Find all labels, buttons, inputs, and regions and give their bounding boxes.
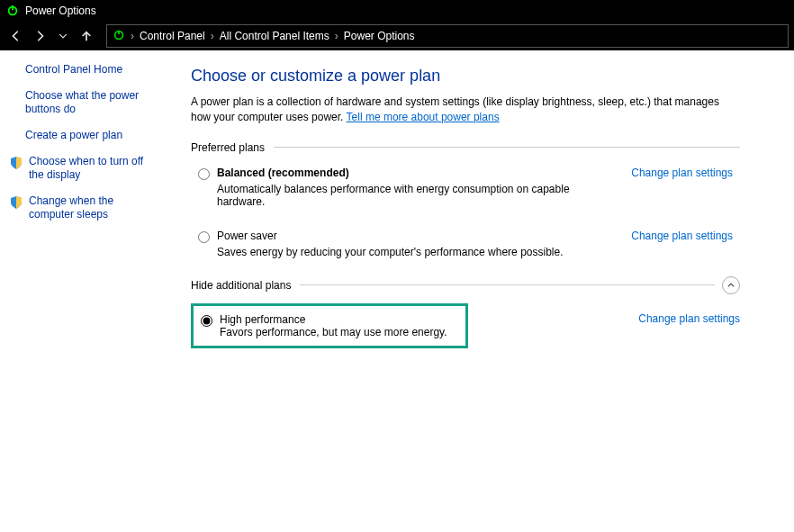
plan-high-performance-row: High performance Favors performance, but… — [191, 303, 740, 348]
hide-additional-header: Hide additional plans — [191, 276, 740, 294]
chevron-right-icon: › — [211, 30, 214, 42]
plan-balanced-radio[interactable] — [198, 168, 210, 180]
main-content: Choose or customize a power plan A power… — [171, 50, 794, 532]
plan-balanced-title[interactable]: Balanced (recommended) — [217, 167, 613, 179]
plan-high-radio[interactable] — [201, 315, 212, 327]
plan-saver-radio[interactable] — [198, 231, 210, 243]
change-plan-settings-high[interactable]: Change plan settings — [638, 312, 740, 325]
address-icon — [113, 29, 125, 44]
sidebar-change-when-sleeps[interactable]: Change when the computer sleeps — [29, 194, 160, 221]
highlight-box: High performance Favors performance, but… — [191, 303, 468, 348]
breadcrumb-seg-control-panel[interactable]: Control Panel — [140, 30, 205, 42]
plan-saver-desc: Saves energy by reducing your computer's… — [217, 246, 613, 258]
window-title: Power Options — [25, 5, 96, 17]
preferred-plans-header: Preferred plans — [191, 141, 740, 154]
plan-balanced-desc: Automatically balances performance with … — [217, 183, 613, 208]
sidebar: Control Panel Home Choose what the power… — [0, 50, 171, 532]
divider — [274, 147, 740, 148]
sidebar-choose-power-buttons[interactable]: Choose what the power buttons do — [25, 89, 160, 116]
sidebar-create-power-plan[interactable]: Create a power plan — [25, 129, 160, 142]
intro-text: A power plan is a collection of hardware… — [191, 95, 740, 125]
chevron-right-icon: › — [131, 30, 134, 42]
recent-dropdown-icon[interactable] — [52, 25, 74, 47]
address-bar[interactable]: › Control Panel › All Control Panel Item… — [106, 24, 789, 48]
up-button[interactable] — [76, 25, 97, 47]
shield-icon — [9, 156, 23, 170]
sidebar-control-panel-home[interactable]: Control Panel Home — [25, 63, 160, 77]
change-plan-settings-balanced[interactable]: Change plan settings — [631, 167, 733, 179]
shield-icon — [9, 195, 23, 210]
collapse-toggle[interactable] — [722, 276, 740, 294]
plan-power-saver: Power saver Saves energy by reducing you… — [191, 226, 740, 262]
plan-balanced: Balanced (recommended) Automatically bal… — [191, 163, 740, 212]
back-button[interactable] — [5, 25, 27, 47]
tell-me-more-link[interactable]: Tell me more about power plans — [347, 111, 500, 123]
change-plan-settings-saver[interactable]: Change plan settings — [631, 230, 733, 242]
hide-additional-label: Hide additional plans — [191, 279, 291, 292]
plan-high-title[interactable]: High performance — [220, 313, 447, 326]
nav-bar: › Control Panel › All Control Panel Item… — [0, 22, 794, 50]
forward-button[interactable] — [29, 25, 50, 47]
breadcrumb-seg-power-options[interactable]: Power Options — [344, 30, 415, 42]
sidebar-choose-turn-off-display[interactable]: Choose when to turn off the display — [29, 155, 160, 182]
breadcrumb-seg-all-items[interactable]: All Control Panel Items — [220, 30, 329, 42]
plan-high-desc: Favors performance, but may use more ene… — [220, 326, 447, 338]
power-options-icon — [5, 4, 20, 18]
divider — [300, 284, 715, 285]
plan-saver-title[interactable]: Power saver — [217, 230, 613, 242]
preferred-plans-label: Preferred plans — [191, 141, 265, 154]
window-titlebar: Power Options — [0, 0, 794, 22]
chevron-right-icon: › — [335, 30, 338, 42]
page-heading: Choose or customize a power plan — [191, 67, 740, 86]
